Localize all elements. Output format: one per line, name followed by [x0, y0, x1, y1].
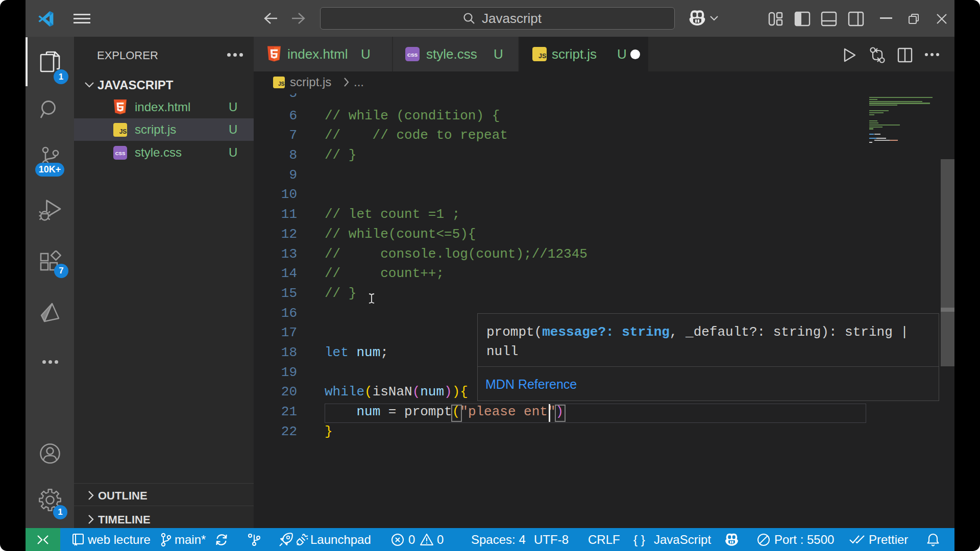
svg-text:CSS: CSS — [407, 52, 418, 58]
svg-text:JS: JS — [119, 128, 127, 135]
svg-text:JS: JS — [538, 53, 546, 60]
svg-text:JS: JS — [278, 81, 285, 87]
svg-text:CSS: CSS — [115, 151, 126, 156]
